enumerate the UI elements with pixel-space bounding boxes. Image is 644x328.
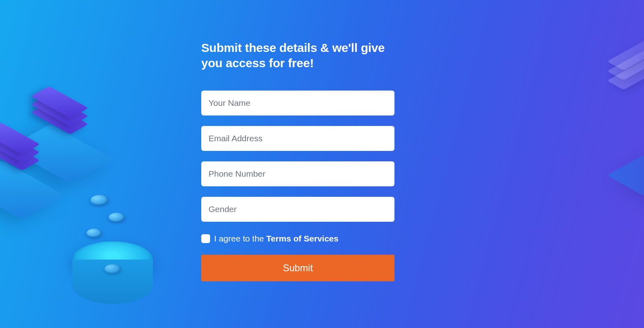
tos-row: I agree to the Terms of Services bbox=[201, 234, 394, 243]
coin-icon bbox=[87, 229, 102, 237]
name-input[interactable] bbox=[201, 91, 394, 116]
coin-icon bbox=[109, 213, 125, 222]
cylinder-platform bbox=[72, 241, 153, 304]
form-heading: Submit these details & we'll give you ac… bbox=[201, 40, 394, 71]
decorative-left-graphic bbox=[0, 0, 169, 328]
phone-input[interactable] bbox=[201, 161, 394, 186]
coin-icon bbox=[97, 249, 113, 258]
email-input[interactable] bbox=[201, 126, 394, 151]
tos-link[interactable]: Terms of Services bbox=[266, 234, 339, 243]
gender-input[interactable] bbox=[201, 197, 394, 222]
decorative-right-graphic bbox=[580, 44, 644, 205]
submit-button[interactable]: Submit bbox=[201, 255, 394, 281]
tos-agree-text: I agree to the bbox=[214, 234, 266, 243]
tos-checkbox[interactable] bbox=[201, 234, 210, 243]
coin-icon bbox=[105, 264, 121, 274]
signup-form: Submit these details & we'll give you ac… bbox=[201, 40, 394, 281]
coin-icon bbox=[91, 195, 108, 205]
